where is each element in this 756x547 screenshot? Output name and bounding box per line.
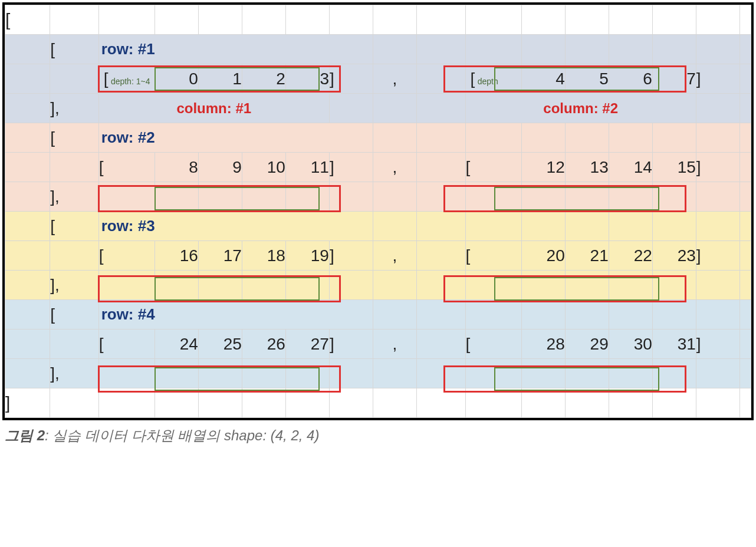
row-open-bracket: [ bbox=[50, 123, 99, 153]
depth-open: [ bbox=[466, 70, 475, 88]
cell-1-0-2: 10 bbox=[242, 153, 285, 182]
cell-0-0-2: 2 bbox=[242, 64, 285, 94]
cell-1-0-1: 9 bbox=[198, 153, 242, 182]
column-2-label: column: #2 bbox=[543, 100, 618, 116]
cell-1-1-0: 12 bbox=[521, 153, 565, 182]
depth-label-1-right: depth bbox=[478, 77, 498, 86]
cell-0-1-1: 5 bbox=[565, 64, 609, 94]
depth-close: ] bbox=[696, 64, 739, 94]
caption-text: : 실습 데이터 다차원 배열의 shape: (4, 2, 4) bbox=[45, 427, 319, 443]
cell-2-1-1: 21 bbox=[565, 241, 609, 271]
outer-bracket-open: [ bbox=[5, 5, 50, 35]
depth-open: [ bbox=[465, 329, 521, 359]
cell-2-1-2: 22 bbox=[609, 241, 652, 271]
cell-0-1-0: 4 bbox=[521, 64, 565, 94]
depth-close: ] bbox=[329, 329, 373, 359]
row-1-label: row: #1 bbox=[99, 40, 155, 58]
cell-1-1-2: 14 bbox=[609, 153, 652, 182]
comma: , bbox=[373, 241, 416, 271]
depth-open: [ bbox=[98, 329, 155, 359]
cell-1-0-0: 8 bbox=[155, 153, 198, 182]
depth-open: [ bbox=[98, 153, 155, 182]
depth-open: [ bbox=[465, 153, 521, 182]
outer-bracket-close: ] bbox=[5, 388, 50, 418]
cell-2-0-1: 17 bbox=[198, 241, 242, 271]
row-close-bracket: ], bbox=[50, 94, 99, 123]
depth-label-1-left: depth: 1~4 bbox=[111, 77, 150, 86]
diagram-frame: [ [ row: #1 [ depth: 1~4 0 1 2 3 ] , [ bbox=[2, 2, 754, 420]
comma: , bbox=[373, 64, 416, 94]
cell-0-0-1: 1 bbox=[198, 64, 242, 94]
cell-2-1-3: 23 bbox=[652, 241, 696, 271]
cell-2-1-0: 20 bbox=[521, 241, 565, 271]
cell-2-0-0: 16 bbox=[155, 241, 198, 271]
row-open-bracket: [ bbox=[50, 35, 99, 64]
cell-0-0-3: 3 bbox=[285, 64, 329, 94]
cell-3-0-2: 26 bbox=[242, 329, 285, 359]
depth-close: ] bbox=[329, 64, 373, 94]
depth-close: ] bbox=[329, 153, 373, 182]
cell-1-1-1: 13 bbox=[565, 153, 609, 182]
row-close-bracket: ], bbox=[50, 182, 99, 212]
row-close-bracket: ], bbox=[50, 359, 99, 388]
row-open-bracket: [ bbox=[50, 300, 99, 329]
depth-close: ] bbox=[696, 153, 739, 182]
cell-0-1-2: 6 bbox=[609, 64, 652, 94]
comma: , bbox=[373, 153, 416, 182]
cell-1-1-3: 15 bbox=[652, 153, 696, 182]
depth-open: [ bbox=[465, 241, 521, 271]
cell-3-0-3: 27 bbox=[285, 329, 329, 359]
column-1-label: column: #1 bbox=[176, 100, 251, 116]
comma: , bbox=[373, 329, 416, 359]
cell-3-1-0: 28 bbox=[521, 329, 565, 359]
depth-close: ] bbox=[696, 241, 739, 271]
depth-open: [ bbox=[99, 70, 109, 88]
row-4-label: row: #4 bbox=[99, 305, 155, 323]
cell-0-1-3: 7 bbox=[652, 64, 696, 94]
cell-0-0-0: 0 bbox=[155, 64, 198, 94]
cell-2-0-3: 19 bbox=[285, 241, 329, 271]
caption-prefix: 그림 2 bbox=[5, 427, 45, 443]
cell-3-0-0: 24 bbox=[155, 329, 198, 359]
row-3-label: row: #3 bbox=[99, 217, 155, 235]
row-open-bracket: [ bbox=[50, 212, 99, 241]
depth-open: [ bbox=[98, 241, 155, 271]
cell-3-1-1: 29 bbox=[565, 329, 609, 359]
cell-3-0-1: 25 bbox=[198, 329, 242, 359]
figure-caption: 그림 2: 실습 데이터 다차원 배열의 shape: (4, 2, 4) bbox=[5, 426, 751, 445]
array-grid: [ [ row: #1 [ depth: 1~4 0 1 2 3 ] , [ bbox=[5, 5, 751, 418]
cell-3-1-2: 30 bbox=[609, 329, 652, 359]
row-2-label: row: #2 bbox=[99, 128, 155, 146]
cell-2-0-2: 18 bbox=[242, 241, 285, 271]
depth-close: ] bbox=[696, 329, 739, 359]
depth-close: ] bbox=[329, 241, 373, 271]
cell-1-0-3: 11 bbox=[285, 153, 329, 182]
row-close-bracket: ], bbox=[50, 271, 99, 300]
cell-3-1-3: 31 bbox=[652, 329, 696, 359]
